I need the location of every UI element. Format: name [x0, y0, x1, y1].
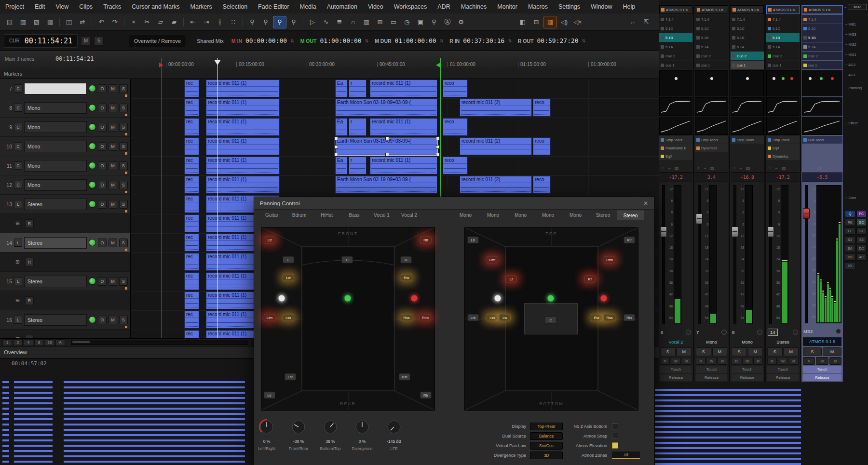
send-slot-5-1c[interactable]: 5.1C [659, 24, 692, 33]
rail-button-s1[interactable]: S1 [856, 227, 867, 235]
track-config-badge[interactable]: C [14, 84, 22, 93]
speaker-rw[interactable]: Rw [591, 314, 602, 321]
marquee-icon[interactable]: ▭ [387, 16, 400, 28]
send-slot-7-1-4[interactable]: 7.1.4 [802, 15, 842, 24]
trim-end-icon[interactable]: ⇥ [200, 16, 213, 28]
menu-item-automation[interactable]: Automation [322, 3, 363, 10]
channel-knob[interactable] [793, 330, 798, 335]
track-name[interactable]: Mono [24, 121, 87, 133]
speaker-lw[interactable]: Lw [283, 274, 294, 281]
rail-button-pc[interactable]: PC [856, 210, 867, 217]
zoom-preset-16[interactable]: 16 [45, 339, 54, 346]
send-slot-5-1c[interactable]: 5.1C [695, 24, 728, 33]
expand-icon[interactable]: ⊞ [15, 259, 22, 265]
new-document-icon[interactable]: ▤ [3, 16, 16, 28]
audio-clip-record-mic-011-1[interactable]: record mic 011 (1) [206, 99, 280, 117]
automation-release[interactable]: Release [732, 374, 763, 381]
audio-clip-reco[interactable]: reco [533, 137, 551, 155]
clip-handle[interactable] [334, 145, 338, 149]
transport-field-m-out[interactable]: M OUT01:00:00:00⇅ [300, 37, 368, 44]
audio-clip-earth-moon-sun-03-19-09-03-09[interactable]: Earth Moon Sun 03-19-09+03-09-( [335, 176, 437, 194]
transport-field-m-dur[interactable]: M DUR01:00:00:00⇅ [375, 37, 443, 44]
strip-tool-strip-tools[interactable]: Strip Tools [766, 136, 800, 144]
expand-icon[interactable]: ⊞ [15, 297, 22, 304]
rack-section-mg3[interactable]: − MG3 [845, 32, 856, 37]
track-config-badge[interactable]: L [14, 200, 22, 208]
group-icon[interactable]: ∷ [227, 16, 240, 28]
clip-handle[interactable] [334, 153, 338, 157]
automation-touch[interactable]: Touch [696, 366, 727, 373]
track-row-7[interactable]: 7COMS [0, 79, 130, 98]
send-slot-5-1c[interactable]: 5.1C [802, 24, 842, 33]
channel-name[interactable]: ATMOS 9.1.6 [802, 337, 842, 346]
record-arm-button[interactable] [89, 278, 96, 285]
audio-clip-record-mic-011-2[interactable]: record mic 011 (2) [460, 176, 532, 194]
audio-clip-earth-moon-sun-03-19-09-03-09[interactable]: Earth Moon Sun 03-19-09+03-09-( [335, 137, 437, 155]
monitor-button[interactable]: O [98, 142, 107, 151]
transport-field-r-out[interactable]: R OUT00:59:27:20⇅ [518, 37, 585, 44]
channel-name[interactable]: Mono [695, 338, 728, 346]
fit-window-icon[interactable]: ⇱ [640, 16, 652, 28]
audio-clip-record-mic-011-2[interactable]: record mic 011 (2) [460, 137, 532, 155]
track-config-badge[interactable]: C [14, 181, 22, 189]
rack-control-icon[interactable]: + [769, 166, 771, 171]
audio-clip-rec[interactable]: rec [184, 137, 199, 155]
track-config-badge[interactable]: C [14, 142, 22, 150]
menu-item-adr[interactable]: ADR [432, 3, 455, 10]
clip-handle[interactable] [436, 145, 440, 149]
record-arm-button[interactable] [89, 181, 96, 188]
knob-dial[interactable] [258, 419, 275, 435]
send-slot-cue-2[interactable]: Cue 2 [731, 52, 764, 60]
read-automation-button[interactable]: R [25, 335, 34, 339]
send-slot-5-1a[interactable]: 5.1A [695, 42, 728, 51]
zoom-out-icon[interactable]: ⚲ [259, 16, 272, 28]
rail-button-re[interactable]: RE [845, 219, 855, 226]
audio-clip-record-mic-011-1[interactable]: record mic 011 (1) [370, 80, 437, 97]
eq-curve-thumbnail[interactable] [802, 97, 842, 116]
master-bus-label[interactable]: MB2 [848, 4, 867, 10]
knob-dial[interactable] [290, 419, 307, 435]
checkbox-atmos-elevation[interactable] [612, 442, 618, 449]
open-document-icon[interactable]: ▥ [17, 16, 29, 28]
mixer-strip-7[interactable]: ATMOS 9.1.67.1.45.1C5.1B5.1ACue 2cue 1St… [694, 5, 729, 382]
audio-clip-rec[interactable]: rec [184, 157, 199, 174]
solo-button[interactable]: S [732, 347, 747, 356]
send-slot-7-1-4[interactable]: 7.1.4 [659, 15, 692, 24]
automation-lane-14[interactable]: ⊞R [0, 252, 130, 272]
record-arm-button[interactable] [89, 239, 96, 246]
spinner-icon[interactable]: ⇅ [508, 39, 512, 43]
fader[interactable] [660, 185, 666, 324]
rack-control-icon[interactable]: − [704, 166, 706, 171]
automation-touch[interactable]: Touch [803, 366, 841, 373]
eq-curve-thumbnail[interactable] [766, 97, 800, 116]
speaker-lsr[interactable]: Lsr [285, 373, 296, 381]
zoom-preset-1[interactable]: 1 [2, 339, 12, 346]
channel-knob[interactable] [757, 330, 762, 335]
atmos-zones-all-button[interactable]: All [612, 452, 640, 459]
strip-tool-eqx[interactable]: EqX [659, 152, 692, 160]
undo-icon[interactable]: ↶ [95, 16, 108, 28]
zoom-preset-a[interactable]: A [55, 339, 65, 346]
speaker-lss[interactable]: Lss [283, 314, 294, 321]
menu-item-help[interactable]: Help [618, 3, 641, 10]
track-name[interactable]: Stereo [24, 237, 87, 249]
rack-section-gain[interactable]: − Gain [845, 196, 856, 200]
rack-control-icon[interactable]: − [775, 166, 777, 171]
waveform-icon[interactable]: ≣ [333, 16, 346, 28]
mix-mode-label[interactable]: Shared Mix [197, 38, 224, 44]
speaker-rw[interactable]: Rw [401, 274, 412, 281]
mute-button[interactable]: M [108, 123, 117, 132]
menu-item-markers[interactable]: Markers [185, 3, 217, 10]
record-arm-button[interactable] [89, 316, 96, 323]
read-automation-button[interactable]: R [25, 296, 34, 305]
strip-tool-bus-tools[interactable]: Bus Tools [802, 136, 842, 144]
mute-button[interactable]: M [108, 316, 117, 324]
strip-button-item[interactable]: Ø [789, 357, 799, 365]
strip-button-r[interactable]: R [767, 357, 777, 365]
mute-button[interactable]: M [108, 181, 117, 189]
channel-name[interactable]: Vocal 2 [659, 338, 692, 346]
solo-button[interactable]: S [803, 347, 822, 356]
pan-thumbnail[interactable] [731, 70, 764, 96]
strip-button-w[interactable]: W [778, 357, 787, 365]
delete-icon[interactable]: × [127, 16, 140, 28]
